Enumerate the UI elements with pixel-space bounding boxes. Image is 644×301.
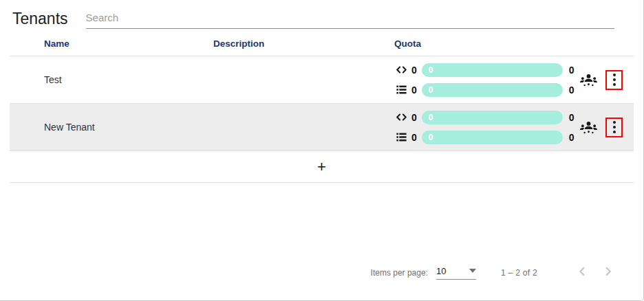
quota-limit-value: 0 [569,85,575,96]
table-header: Name Description Quota [10,33,634,56]
column-header-quota: Quota [385,38,634,49]
items-per-page-label: Items per page: [371,268,428,278]
quota-progress-bar: 0 [422,63,563,77]
quota-used-value: 0 [411,112,417,123]
quota-progress-bar: 0 [422,131,563,144]
table-row[interactable]: Test 0 0 0 0 0 0 [10,56,634,104]
quota-line-functions: 0 0 0 [394,63,575,77]
items-per-page-value: 10 [436,266,446,276]
list-icon [394,83,408,97]
kebab-menu-icon [613,121,616,133]
page-range-label: 1 – 2 of 2 [501,268,537,278]
quota-used-value: 0 [411,85,417,96]
previous-page-button[interactable] [575,264,590,281]
quota-progress-bar: 0 [422,111,563,124]
kebab-menu-highlight[interactable] [605,118,623,137]
quota-line-services: 0 0 0 [394,83,575,97]
quota-used-value: 0 [411,65,417,76]
chevron-right-icon [601,264,616,281]
column-header-description: Description [204,38,385,49]
code-icon [394,63,408,77]
tenants-page: Tenants Name Description Quota Test 0 0 … [0,0,644,301]
list-icon [394,131,408,144]
search-field-wrapper [86,9,614,29]
quota-limit-value: 0 [569,132,575,143]
dropdown-caret-icon [469,269,476,273]
tenant-quota-cell: 0 0 0 0 0 0 [385,105,634,150]
tenant-quota-cell: 0 0 0 0 0 0 [385,58,634,102]
search-input[interactable] [86,9,614,29]
quota-line-functions: 0 0 0 [394,111,575,124]
items-per-page-select[interactable]: 10 [436,266,476,280]
quota-limit-value: 0 [569,112,575,123]
page-header: Tenants [0,0,643,29]
tenant-name: Test [10,74,204,85]
users-group-icon[interactable] [579,118,598,137]
row-actions [579,70,623,90]
paginator: Items per page: 10 1 – 2 of 2 [0,264,643,300]
column-header-name: Name [10,38,204,49]
quota-line-services: 0 0 0 [394,131,575,144]
kebab-menu-highlight[interactable] [605,70,623,90]
quota-used-value: 0 [411,132,417,143]
chevron-left-icon [575,264,590,281]
table-row[interactable]: New Tenant 0 0 0 0 0 0 [10,104,634,151]
quota-progress-bar: 0 [422,83,563,97]
add-tenant-button[interactable]: + [317,159,326,175]
add-tenant-row: + [10,151,634,183]
empty-space [0,183,643,264]
tenant-name: New Tenant [10,122,204,133]
kebab-menu-icon [613,74,616,86]
row-actions [579,118,623,137]
page-title: Tenants [12,8,68,29]
code-icon [394,111,408,124]
quota-limit-value: 0 [569,65,575,76]
next-page-button[interactable] [601,264,616,281]
users-group-icon[interactable] [579,70,598,89]
